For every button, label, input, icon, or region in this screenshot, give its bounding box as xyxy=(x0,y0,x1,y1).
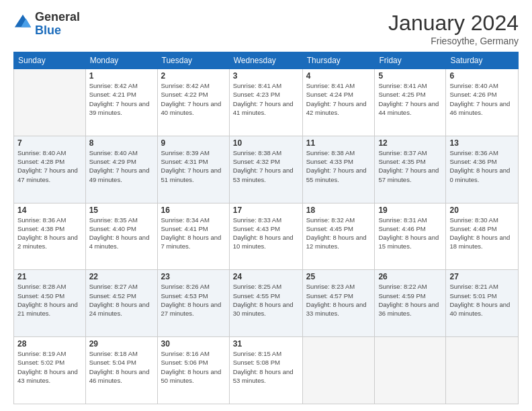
day-info: Sunrise: 8:40 AMSunset: 4:28 PMDaylight:… xyxy=(17,148,82,184)
day-info: Sunrise: 8:38 AMSunset: 4:33 PMDaylight:… xyxy=(306,148,371,184)
day-info: Sunrise: 8:34 AMSunset: 4:41 PMDaylight:… xyxy=(161,216,226,251)
day-info: Sunrise: 8:23 AMSunset: 4:57 PMDaylight:… xyxy=(306,282,371,318)
calendar-cell: 5Sunrise: 8:41 AMSunset: 4:25 PMDaylight… xyxy=(375,69,446,136)
day-info: Sunrise: 8:30 AMSunset: 4:48 PMDaylight:… xyxy=(449,216,515,251)
day-number: 2 xyxy=(161,71,226,81)
day-info: Sunrise: 8:26 AMSunset: 4:53 PMDaylight:… xyxy=(161,282,226,318)
calendar-cell xyxy=(446,337,519,404)
col-sunday: Sunday xyxy=(14,52,86,69)
day-info: Sunrise: 8:37 AMSunset: 4:35 PMDaylight:… xyxy=(378,148,442,184)
day-number: 17 xyxy=(233,205,299,215)
day-number: 10 xyxy=(233,138,299,148)
calendar-cell: 14Sunrise: 8:36 AMSunset: 4:38 PMDayligh… xyxy=(14,203,86,270)
day-number: 15 xyxy=(89,205,154,215)
calendar-cell: 7Sunrise: 8:40 AMSunset: 4:28 PMDaylight… xyxy=(14,136,86,203)
table-row: 1Sunrise: 8:42 AMSunset: 4:21 PMDaylight… xyxy=(14,69,519,136)
calendar-cell: 10Sunrise: 8:38 AMSunset: 4:32 PMDayligh… xyxy=(229,136,302,203)
calendar-cell: 12Sunrise: 8:37 AMSunset: 4:35 PMDayligh… xyxy=(375,136,446,203)
table-row: 7Sunrise: 8:40 AMSunset: 4:28 PMDaylight… xyxy=(14,136,519,203)
day-info: Sunrise: 8:21 AMSunset: 5:01 PMDaylight:… xyxy=(449,282,515,318)
day-number: 29 xyxy=(89,339,154,349)
calendar-cell: 1Sunrise: 8:42 AMSunset: 4:21 PMDaylight… xyxy=(85,69,157,136)
day-info: Sunrise: 8:18 AMSunset: 5:04 PMDaylight:… xyxy=(89,349,154,385)
day-number: 5 xyxy=(378,71,442,81)
day-info: Sunrise: 8:28 AMSunset: 4:50 PMDaylight:… xyxy=(17,282,82,318)
calendar-cell: 21Sunrise: 8:28 AMSunset: 4:50 PMDayligh… xyxy=(14,270,86,337)
calendar-cell: 8Sunrise: 8:40 AMSunset: 4:29 PMDaylight… xyxy=(85,136,157,203)
day-number: 20 xyxy=(449,205,515,215)
day-info: Sunrise: 8:36 AMSunset: 4:38 PMDaylight:… xyxy=(17,216,82,251)
page: General Blue January 2024 Friesoythe, Ge… xyxy=(0,0,532,411)
calendar-cell: 20Sunrise: 8:30 AMSunset: 4:48 PMDayligh… xyxy=(446,203,519,270)
day-info: Sunrise: 8:33 AMSunset: 4:43 PMDaylight:… xyxy=(233,216,299,251)
calendar-cell xyxy=(302,337,375,404)
day-number: 18 xyxy=(306,205,371,215)
col-thursday: Thursday xyxy=(302,52,375,69)
day-number: 19 xyxy=(378,205,442,215)
day-info: Sunrise: 8:22 AMSunset: 4:59 PMDaylight:… xyxy=(378,282,442,318)
table-row: 21Sunrise: 8:28 AMSunset: 4:50 PMDayligh… xyxy=(14,270,519,337)
day-info: Sunrise: 8:35 AMSunset: 4:40 PMDaylight:… xyxy=(89,216,154,251)
day-number: 8 xyxy=(89,138,154,148)
calendar-table: Sunday Monday Tuesday Wednesday Thursday… xyxy=(13,52,519,404)
calendar-cell: 9Sunrise: 8:39 AMSunset: 4:31 PMDaylight… xyxy=(157,136,229,203)
col-monday: Monday xyxy=(85,52,157,69)
calendar-cell: 15Sunrise: 8:35 AMSunset: 4:40 PMDayligh… xyxy=(85,203,157,270)
day-number: 22 xyxy=(89,272,154,281)
day-number: 4 xyxy=(306,71,371,81)
day-number: 6 xyxy=(449,71,515,81)
day-number: 27 xyxy=(449,272,515,281)
calendar-cell: 27Sunrise: 8:21 AMSunset: 5:01 PMDayligh… xyxy=(446,270,519,337)
table-row: 28Sunrise: 8:19 AMSunset: 5:02 PMDayligh… xyxy=(14,337,519,404)
col-wednesday: Wednesday xyxy=(229,52,302,69)
day-info: Sunrise: 8:27 AMSunset: 4:52 PMDaylight:… xyxy=(89,282,154,318)
calendar-cell: 4Sunrise: 8:41 AMSunset: 4:24 PMDaylight… xyxy=(302,69,375,136)
day-number: 7 xyxy=(17,138,82,148)
day-info: Sunrise: 8:16 AMSunset: 5:06 PMDaylight:… xyxy=(161,349,226,385)
day-number: 9 xyxy=(161,138,226,148)
day-number: 24 xyxy=(233,272,299,281)
day-number: 1 xyxy=(89,71,154,81)
calendar-cell: 2Sunrise: 8:42 AMSunset: 4:22 PMDaylight… xyxy=(157,69,229,136)
calendar-cell: 16Sunrise: 8:34 AMSunset: 4:41 PMDayligh… xyxy=(157,203,229,270)
day-info: Sunrise: 8:31 AMSunset: 4:46 PMDaylight:… xyxy=(378,216,442,251)
title-block: January 2024 Friesoythe, Germany xyxy=(388,11,519,46)
calendar-cell: 17Sunrise: 8:33 AMSunset: 4:43 PMDayligh… xyxy=(229,203,302,270)
day-info: Sunrise: 8:41 AMSunset: 4:23 PMDaylight:… xyxy=(233,81,299,117)
day-number: 3 xyxy=(233,71,299,81)
col-friday: Friday xyxy=(375,52,446,69)
day-number: 31 xyxy=(233,339,299,349)
day-number: 16 xyxy=(161,205,226,215)
table-row: 14Sunrise: 8:36 AMSunset: 4:38 PMDayligh… xyxy=(14,203,519,270)
calendar-cell: 6Sunrise: 8:40 AMSunset: 4:26 PMDaylight… xyxy=(446,69,519,136)
calendar-cell: 19Sunrise: 8:31 AMSunset: 4:46 PMDayligh… xyxy=(375,203,446,270)
day-number: 12 xyxy=(378,138,442,148)
day-number: 28 xyxy=(17,339,82,349)
logo: General Blue xyxy=(13,11,80,38)
day-info: Sunrise: 8:39 AMSunset: 4:31 PMDaylight:… xyxy=(161,148,226,184)
col-saturday: Saturday xyxy=(446,52,519,69)
day-number: 30 xyxy=(161,339,226,349)
day-info: Sunrise: 8:40 AMSunset: 4:26 PMDaylight:… xyxy=(449,81,515,117)
calendar-cell: 24Sunrise: 8:25 AMSunset: 4:55 PMDayligh… xyxy=(229,270,302,337)
day-number: 11 xyxy=(306,138,371,148)
calendar-cell xyxy=(14,69,86,136)
calendar-cell: 26Sunrise: 8:22 AMSunset: 4:59 PMDayligh… xyxy=(375,270,446,337)
header-row: Sunday Monday Tuesday Wednesday Thursday… xyxy=(14,52,519,69)
day-info: Sunrise: 8:38 AMSunset: 4:32 PMDaylight:… xyxy=(233,148,299,184)
day-info: Sunrise: 8:25 AMSunset: 4:55 PMDaylight:… xyxy=(233,282,299,318)
calendar-cell: 31Sunrise: 8:15 AMSunset: 5:08 PMDayligh… xyxy=(229,337,302,404)
day-number: 13 xyxy=(449,138,515,148)
logo-icon xyxy=(13,13,32,32)
day-info: Sunrise: 8:15 AMSunset: 5:08 PMDaylight:… xyxy=(233,349,299,385)
calendar-cell xyxy=(375,337,446,404)
logo-text: General Blue xyxy=(35,11,80,38)
logo-general: General xyxy=(35,11,80,24)
day-number: 21 xyxy=(17,272,82,281)
calendar-cell: 11Sunrise: 8:38 AMSunset: 4:33 PMDayligh… xyxy=(302,136,375,203)
calendar-cell: 29Sunrise: 8:18 AMSunset: 5:04 PMDayligh… xyxy=(85,337,157,404)
day-info: Sunrise: 8:41 AMSunset: 4:25 PMDaylight:… xyxy=(378,81,442,117)
day-info: Sunrise: 8:19 AMSunset: 5:02 PMDaylight:… xyxy=(17,349,82,385)
day-info: Sunrise: 8:32 AMSunset: 4:45 PMDaylight:… xyxy=(306,216,371,251)
calendar-cell: 3Sunrise: 8:41 AMSunset: 4:23 PMDaylight… xyxy=(229,69,302,136)
